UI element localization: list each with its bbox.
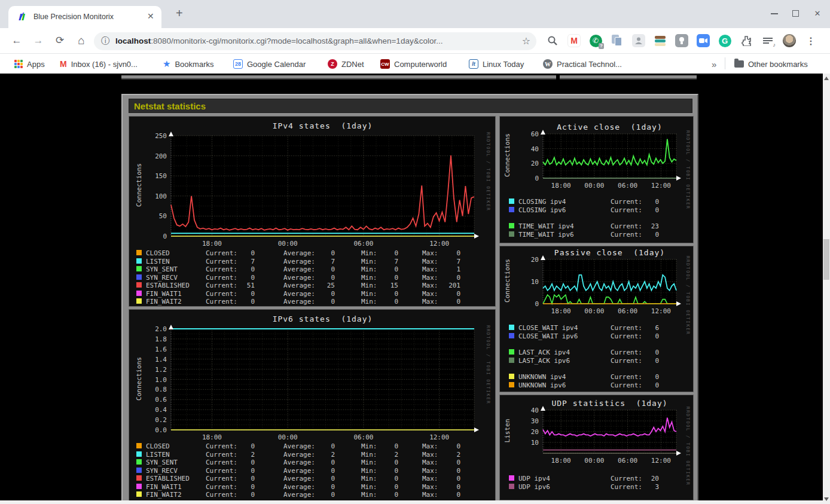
tab-title: Blue Precision Monitorix: [33, 13, 114, 21]
maximize-button[interactable]: [792, 10, 799, 17]
legend-name: ESTABLISHED: [146, 475, 190, 482]
legend-stat-value: 0: [373, 298, 398, 306]
bookmarks-overflow-chevron[interactable]: »: [712, 58, 716, 70]
reading-list-icon[interactable]: ♪: [761, 33, 775, 48]
legend-stat-value: 0: [230, 290, 255, 298]
x-tick-label: 18:00: [546, 457, 576, 465]
scroll-down-arrow[interactable]: [824, 497, 829, 501]
browser-menu-kebab-icon[interactable]: ⋮: [804, 33, 818, 48]
legend-name: SYN_RECV: [146, 467, 178, 475]
chart-canvas: [538, 129, 681, 183]
new-tab-button[interactable]: +: [176, 7, 183, 20]
legend-stat-value: 0: [309, 265, 335, 273]
legend-name: SYN_SENT: [146, 265, 178, 273]
legend-stat-value: 0: [230, 265, 255, 273]
reload-icon[interactable]: ⟳: [52, 33, 68, 48]
back-icon[interactable]: ←: [9, 33, 25, 48]
y-tick-label: 150: [136, 172, 167, 180]
bookmark-star-icon[interactable]: ☆: [522, 35, 530, 47]
legend-stat-value: 2: [309, 451, 335, 459]
bookmark-google-calendar[interactable]: 28 Google Calendar: [233, 58, 306, 70]
legend-stat-value: 0: [627, 198, 659, 206]
x-tick-label: 18:00: [546, 307, 576, 315]
gmail-extension-icon[interactable]: M: [567, 33, 581, 48]
site-info-icon[interactable]: ⓘ: [101, 36, 109, 47]
legend-swatch: [509, 382, 514, 387]
bookmark-practical-technology[interactable]: W Practical Technol...: [543, 58, 622, 70]
bookmark-zdnet[interactable]: Z ZDNet: [328, 58, 364, 70]
url-host: localhost: [115, 36, 151, 45]
minimize-button[interactable]: [771, 10, 778, 14]
legend-stat-value: 0: [433, 274, 460, 282]
legend-name: UNKNOWN ipv6: [518, 381, 566, 389]
horizontal-scrollbar[interactable]: [0, 500, 823, 504]
tab-close-icon[interactable]: ✕: [147, 11, 154, 21]
scrollbar-thumb[interactable]: [823, 239, 829, 280]
forward-icon[interactable]: →: [30, 33, 46, 48]
vertical-scrollbar[interactable]: [823, 74, 830, 504]
legend-name: UDP ipv6: [518, 483, 550, 491]
y-tick-label: 60: [508, 130, 539, 138]
scroll-up-arrow[interactable]: [824, 77, 829, 80]
legend-stat-value: 0: [373, 491, 398, 499]
legend-name: CLOSING ipv6: [518, 206, 566, 214]
legend-stat-value: 1: [433, 265, 460, 273]
chart-title: IPv4 states (1day): [171, 121, 474, 130]
previous-section-edge: [121, 75, 556, 80]
folder-icon: [734, 60, 744, 68]
lightbulb-extension-icon[interactable]: [675, 33, 689, 48]
home-icon[interactable]: ⌂: [74, 33, 89, 48]
legend-stat-value: 23: [627, 222, 659, 230]
voice-extension-icon[interactable]: ✆?: [588, 33, 603, 48]
close-window-button[interactable]: ✕: [813, 10, 822, 18]
legend-name: LAST_ACK ipv6: [518, 357, 570, 365]
legend-stat-value: 7: [433, 258, 460, 265]
address-bar[interactable]: ⓘ localhost:8080/monitorix-cgi/monitorix…: [94, 32, 536, 50]
chart-title: UDP statistics (1day): [543, 399, 676, 408]
y-tick-label: 0.4: [136, 406, 167, 414]
legend-stat-value: 0: [309, 298, 335, 306]
legend-stat-value: 7: [373, 258, 398, 265]
legend-stat-value: 6: [627, 324, 659, 332]
y-tick-label: 10: [508, 439, 539, 447]
legend-stat-value: 0: [230, 442, 255, 450]
grammarly-extension-icon[interactable]: G: [718, 33, 732, 48]
y-tick-label: 200: [136, 152, 167, 160]
other-bookmarks[interactable]: Other bookmarks: [734, 58, 808, 70]
legend-swatch: [509, 231, 514, 237]
y-tick-label: 20: [508, 256, 539, 264]
bookmark-apps[interactable]: Apps: [14, 58, 45, 70]
bookmark-linux-today[interactable]: lt Linux Today: [469, 58, 524, 70]
legend-stat-value: 3: [627, 483, 659, 491]
legend-stat-value: 7: [230, 258, 255, 265]
legend-stat-value: 0: [373, 249, 398, 257]
legend-stat-value: 0: [627, 381, 659, 389]
legend-stat-value: 0: [230, 475, 255, 482]
legend-swatch: [509, 325, 514, 330]
legend-swatch: [136, 491, 142, 497]
bookmark-bookmarks[interactable]: ★ Bookmarks: [163, 58, 213, 70]
legend-stat-value: 0: [627, 357, 659, 365]
legend-swatch: [136, 443, 142, 448]
legend-name: TIME_WAIT ipv4: [518, 222, 574, 230]
chart-canvas: [538, 405, 681, 458]
person-extension-icon[interactable]: [631, 33, 646, 48]
bookmark-computerworld[interactable]: CW Computerworld: [380, 58, 447, 70]
chart-canvas: [538, 255, 681, 308]
apps-grid-icon: [14, 60, 23, 68]
browser-tab[interactable]: ⅠⅠ∕ Blue Precision Monitorix ✕: [8, 6, 161, 28]
search-extension-icon[interactable]: [545, 33, 560, 48]
y-tick-label: 0: [136, 233, 167, 240]
profile-avatar[interactable]: [782, 33, 797, 48]
legend-name: UNKNOWN ipv4: [518, 373, 566, 381]
legend-stat-value: 51: [230, 282, 255, 289]
legend-stat-value: 0: [627, 206, 659, 214]
x-tick-label: 06:00: [613, 457, 643, 465]
extensions-puzzle-icon[interactable]: [739, 33, 753, 48]
rrdtool-watermark: RRDTOOL / TOBI OETIKER: [685, 130, 691, 209]
bookmark-inbox[interactable]: M Inbox (16) - sjvn0...: [60, 58, 138, 70]
video-camera-extension-icon[interactable]: [696, 33, 710, 48]
copy-pages-extension-icon[interactable]: [610, 33, 624, 48]
stack-extension-icon[interactable]: [653, 33, 667, 48]
legend-stat-value: 0: [230, 274, 255, 282]
